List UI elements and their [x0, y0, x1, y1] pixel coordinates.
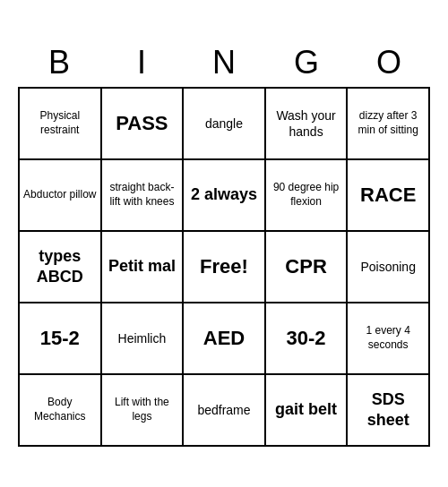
- header-letter: I: [100, 40, 183, 85]
- bingo-cell: RACE: [348, 160, 430, 232]
- bingo-cell: Petit mal: [102, 232, 185, 303]
- bingo-cell: AED: [184, 303, 266, 375]
- bingo-cell: PASS: [102, 89, 185, 160]
- bingo-cell: gait belt: [266, 375, 349, 447]
- bingo-cell: 1 every 4 seconds: [348, 303, 430, 375]
- bingo-grid: Physical restraintPASSdangleWash your ha…: [18, 87, 430, 447]
- bingo-cell: 15-2: [20, 303, 102, 375]
- header-letter: N: [183, 40, 265, 85]
- bingo-cell: Wash your hands: [266, 89, 349, 160]
- header-letter: B: [18, 40, 100, 85]
- bingo-cell: 90 degree hip flexion: [266, 160, 349, 232]
- bingo-cell: Lift with the legs: [102, 375, 185, 447]
- bingo-cell: dangle: [184, 89, 266, 160]
- bingo-cell: SDS sheet: [348, 375, 430, 447]
- bingo-cell: Body Mechanics: [20, 375, 102, 447]
- bingo-cell: types ABCD: [20, 232, 102, 303]
- bingo-card: BINGO Physical restraintPASSdangleWash y…: [9, 31, 439, 456]
- header-letter: O: [348, 40, 430, 85]
- bingo-cell: dizzy after 3 min of sitting: [348, 89, 430, 160]
- bingo-cell: straight back- lift with knees: [102, 160, 185, 232]
- bingo-cell: Heimlich: [102, 303, 185, 375]
- bingo-cell: 30-2: [266, 303, 349, 375]
- bingo-cell: Abductor pillow: [20, 160, 102, 232]
- bingo-cell: bedframe: [184, 375, 266, 447]
- bingo-cell: 2 always: [184, 160, 266, 232]
- bingo-cell: CPR: [266, 232, 349, 303]
- header-letter: G: [265, 40, 348, 85]
- bingo-header: BINGO: [18, 40, 430, 85]
- bingo-cell: Free!: [184, 232, 266, 303]
- bingo-cell: Poisoning: [348, 232, 430, 303]
- bingo-cell: Physical restraint: [20, 89, 102, 160]
